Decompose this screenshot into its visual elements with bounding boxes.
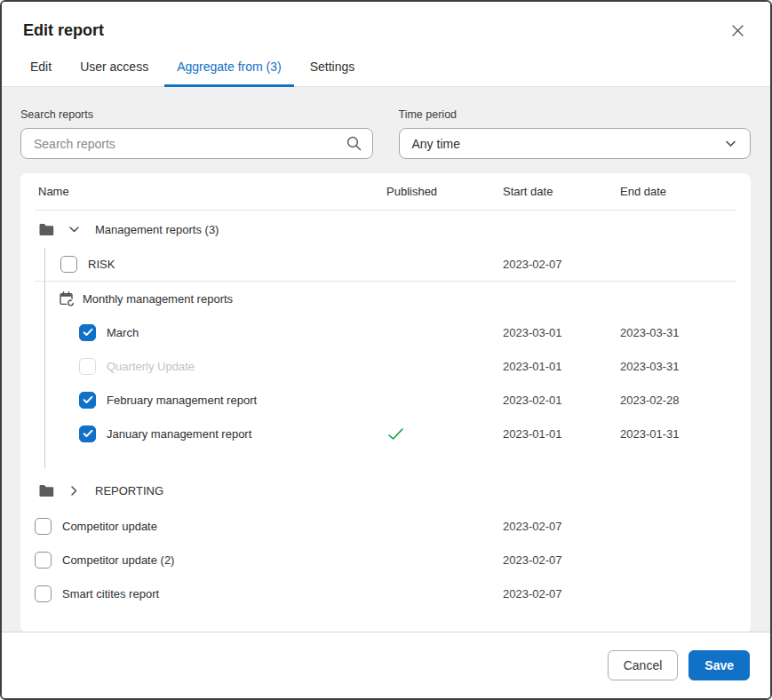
report-label: February management report — [107, 394, 257, 407]
search-reports-label: Search reports — [20, 108, 373, 121]
report-label: Smart citites report — [62, 587, 159, 601]
column-header-name: Name — [35, 185, 386, 198]
start-date-cell: 2023-02-01 — [503, 394, 620, 407]
report-checkbox[interactable] — [60, 256, 77, 273]
folder-icon — [38, 483, 55, 498]
report-tree: Management reports (3)RISK2023-02-07Mont… — [35, 211, 736, 610]
start-date-cell: 2023-02-07 — [503, 587, 620, 601]
report-label: RISK — [88, 258, 115, 271]
edit-report-dialog: Edit report Edit User access Aggregate f… — [0, 0, 772, 700]
close-icon — [730, 28, 745, 41]
time-period-label: Time period — [399, 108, 752, 121]
tab-bar: Edit User access Aggregate from (3) Sett… — [2, 54, 770, 87]
recurring-calendar-icon — [59, 290, 76, 307]
report-checkbox[interactable] — [79, 426, 96, 442]
folder-icon — [38, 222, 55, 237]
tree-children-group: RISK2023-02-07Monthly management reports… — [35, 248, 736, 468]
table-header: Name Published Start date End date — [35, 173, 736, 211]
tab-user-access[interactable]: User access — [68, 54, 161, 87]
dialog-footer: Cancel Save — [2, 632, 770, 698]
end-date-cell: 2023-01-31 — [620, 427, 736, 441]
search-icon — [346, 135, 362, 152]
table-row: January management report2023-01-012023-… — [35, 417, 736, 450]
report-label: January management report — [107, 427, 251, 441]
report-checkbox[interactable] — [35, 518, 52, 535]
time-period-value: Any time — [412, 137, 460, 151]
close-button[interactable] — [727, 20, 749, 42]
table-row: February management report2023-02-012023… — [35, 383, 736, 417]
search-input[interactable] — [20, 128, 373, 159]
report-checkbox[interactable] — [35, 585, 52, 602]
table-row: Quarterly Update2023-01-012023-03-31 — [35, 349, 736, 383]
column-header-start-date: Start date — [503, 185, 620, 198]
published-check-icon — [386, 426, 503, 441]
start-date-cell: 2023-01-01 — [503, 360, 620, 373]
report-label: March — [107, 326, 139, 339]
reports-table-card: Name Published Start date End date Manag… — [20, 173, 751, 632]
start-date-cell: 2023-03-01 — [503, 326, 620, 339]
report-checkbox[interactable] — [79, 392, 96, 409]
table-row: Smart citites report2023-02-07 — [35, 577, 736, 610]
start-date-cell: 2023-02-07 — [503, 258, 620, 271]
dialog-body: Search reports Time period Any time — [2, 87, 770, 632]
folder-label: Management reports (3) — [95, 223, 219, 236]
tree-row-group: Monthly management reports — [35, 282, 736, 315]
dialog-header: Edit report Edit User access Aggregate f… — [2, 2, 770, 87]
tab-edit[interactable]: Edit — [18, 54, 64, 87]
start-date-cell: 2023-02-07 — [503, 520, 620, 533]
report-label: Competitor update (2) — [62, 553, 174, 567]
column-header-end-date: End date — [620, 185, 736, 198]
end-date-cell: 2023-03-31 — [620, 326, 736, 339]
tree-row-folder: Management reports (3) — [35, 211, 736, 248]
report-label: Quarterly Update — [107, 360, 195, 373]
tree-row-folder: REPORTING — [35, 472, 736, 509]
start-date-cell: 2023-02-07 — [503, 553, 620, 567]
report-label: Competitor update — [62, 520, 157, 533]
end-date-cell: 2023-02-28 — [620, 394, 736, 407]
report-checkbox[interactable] — [79, 324, 96, 341]
time-period-select[interactable]: Any time — [399, 128, 752, 159]
cancel-button[interactable]: Cancel — [608, 650, 679, 680]
tab-settings[interactable]: Settings — [298, 54, 368, 87]
tab-aggregate-from[interactable]: Aggregate from (3) — [164, 54, 294, 87]
group-label: Monthly management reports — [83, 292, 233, 306]
save-button[interactable]: Save — [688, 650, 750, 680]
table-row: March2023-03-012023-03-31 — [35, 315, 736, 349]
table-row: Competitor update2023-02-07 — [35, 509, 736, 543]
end-date-cell: 2023-03-31 — [620, 360, 736, 373]
chevron-down-icon — [724, 137, 737, 150]
report-checkbox[interactable] — [35, 552, 52, 569]
report-checkbox — [79, 358, 96, 375]
column-header-published: Published — [386, 185, 503, 198]
table-row: RISK2023-02-07 — [35, 248, 736, 282]
filters-row: Search reports Time period Any time — [20, 108, 751, 159]
table-row: Competitor update (2)2023-02-07 — [35, 543, 736, 577]
folder-label: REPORTING — [95, 484, 163, 497]
dialog-title: Edit report — [23, 21, 104, 40]
collapse-chevron-icon[interactable] — [66, 221, 83, 238]
start-date-cell: 2023-01-01 — [503, 427, 620, 441]
expand-chevron-icon[interactable] — [66, 482, 83, 499]
